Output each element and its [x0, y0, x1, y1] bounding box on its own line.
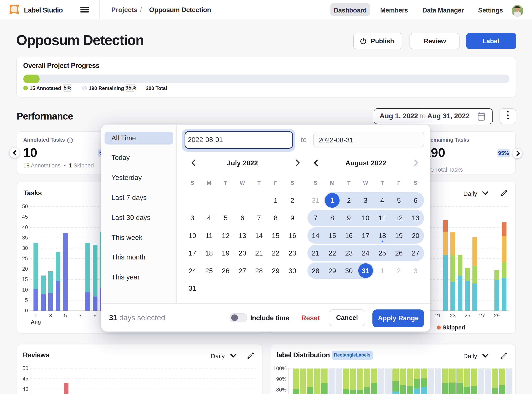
- svg-text:20: 20: [22, 266, 28, 272]
- svg-text:11: 11: [379, 214, 386, 222]
- svg-text:28: 28: [312, 267, 319, 275]
- svg-text:24: 24: [362, 249, 370, 257]
- svg-text:1: 1: [330, 197, 334, 204]
- svg-text:9: 9: [94, 313, 96, 318]
- svg-text:20: 20: [412, 232, 420, 239]
- svg-text:14: 14: [312, 232, 319, 239]
- svg-text:45: 45: [22, 214, 28, 220]
- svg-text:1: 1: [34, 313, 37, 318]
- svg-text:29: 29: [272, 267, 280, 275]
- svg-text:4: 4: [207, 214, 211, 222]
- svg-text:80%: 80%: [276, 387, 287, 392]
- svg-text:22: 22: [272, 249, 280, 257]
- svg-text:40: 40: [22, 224, 28, 230]
- svg-text:10: 10: [22, 287, 28, 293]
- svg-text:15: 15: [272, 232, 280, 239]
- svg-text:11: 11: [205, 232, 213, 239]
- svg-text:28: 28: [255, 267, 263, 275]
- svg-text:9: 9: [290, 214, 294, 222]
- svg-text:25: 25: [464, 313, 470, 318]
- svg-text:27: 27: [239, 267, 246, 275]
- svg-text:6: 6: [414, 197, 417, 204]
- svg-text:F: F: [274, 180, 277, 186]
- svg-text:17: 17: [362, 232, 370, 239]
- svg-text:12: 12: [222, 232, 229, 239]
- svg-text:3: 3: [190, 214, 194, 222]
- svg-text:18: 18: [378, 232, 386, 239]
- svg-text:15: 15: [329, 232, 336, 239]
- svg-text:45: 45: [22, 375, 28, 381]
- svg-text:0: 0: [25, 308, 28, 313]
- svg-text:23: 23: [345, 249, 353, 257]
- svg-text:16: 16: [288, 232, 296, 239]
- svg-text:7: 7: [79, 313, 82, 318]
- svg-text:Skipped: Skipped: [442, 324, 465, 331]
- svg-text:13: 13: [239, 232, 246, 239]
- svg-text:1: 1: [274, 197, 277, 204]
- svg-text:25: 25: [22, 255, 28, 261]
- svg-text:M: M: [207, 180, 211, 186]
- svg-text:30: 30: [22, 245, 28, 251]
- svg-text:29: 29: [494, 313, 500, 318]
- svg-text:31: 31: [362, 267, 370, 275]
- svg-text:40: 40: [22, 386, 28, 392]
- svg-text:30: 30: [345, 267, 353, 275]
- svg-text:2: 2: [290, 197, 294, 204]
- svg-text:31: 31: [312, 197, 319, 204]
- svg-text:35: 35: [22, 235, 28, 240]
- svg-text:18: 18: [205, 249, 213, 257]
- svg-text:M: M: [330, 180, 334, 186]
- svg-text:T: T: [224, 180, 227, 186]
- svg-text:27: 27: [412, 249, 420, 257]
- svg-text:30: 30: [288, 267, 296, 275]
- svg-text:21: 21: [435, 313, 441, 318]
- svg-text:31: 31: [188, 285, 196, 292]
- svg-text:25: 25: [378, 249, 386, 257]
- svg-text:T: T: [381, 180, 384, 186]
- svg-text:19: 19: [395, 232, 403, 239]
- svg-text:26: 26: [395, 249, 403, 257]
- svg-text:3: 3: [414, 267, 417, 275]
- svg-text:2: 2: [397, 267, 401, 275]
- svg-text:90%: 90%: [276, 376, 287, 382]
- svg-text:2: 2: [347, 197, 351, 204]
- svg-text:21: 21: [312, 249, 319, 257]
- svg-text:21: 21: [255, 249, 263, 257]
- svg-text:5: 5: [64, 313, 67, 318]
- svg-text:10: 10: [188, 232, 196, 239]
- svg-text:15: 15: [22, 276, 28, 282]
- svg-text:50: 50: [22, 365, 28, 371]
- svg-text:T: T: [347, 180, 350, 186]
- svg-text:S: S: [314, 180, 317, 186]
- svg-text:W: W: [240, 180, 245, 186]
- svg-text:8: 8: [274, 214, 277, 222]
- svg-text:S: S: [414, 180, 417, 186]
- svg-text:S: S: [291, 180, 294, 186]
- svg-text:8: 8: [330, 214, 334, 222]
- svg-text:7: 7: [257, 214, 261, 222]
- svg-text:F: F: [397, 180, 401, 186]
- svg-text:7: 7: [314, 214, 318, 222]
- svg-text:27: 27: [479, 313, 485, 318]
- svg-text:3: 3: [49, 313, 52, 318]
- svg-text:5: 5: [397, 197, 401, 204]
- svg-text:6: 6: [240, 214, 244, 222]
- svg-text:5: 5: [224, 214, 227, 222]
- svg-text:25: 25: [205, 267, 213, 275]
- svg-text:4: 4: [380, 197, 384, 204]
- svg-text:5: 5: [25, 297, 28, 303]
- svg-text:19: 19: [222, 249, 229, 257]
- svg-text:13: 13: [412, 214, 420, 222]
- svg-text:29: 29: [329, 267, 336, 275]
- svg-text:T: T: [257, 180, 261, 186]
- svg-text:23: 23: [288, 249, 296, 257]
- svg-text:17: 17: [188, 249, 196, 257]
- svg-text:Aug: Aug: [31, 319, 41, 325]
- svg-text:9: 9: [347, 214, 351, 222]
- svg-text:24: 24: [188, 267, 196, 275]
- svg-text:W: W: [363, 180, 368, 186]
- svg-text:1: 1: [380, 267, 384, 275]
- svg-text:20: 20: [239, 249, 246, 257]
- svg-text:26: 26: [222, 267, 229, 275]
- svg-text:22: 22: [329, 249, 336, 257]
